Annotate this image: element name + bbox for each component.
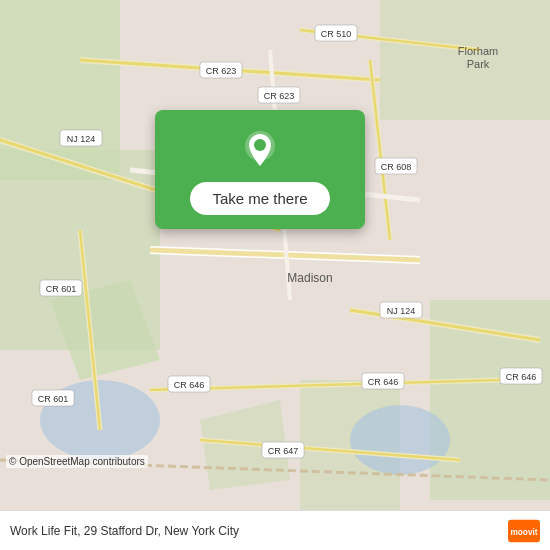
- svg-text:CR 608: CR 608: [381, 162, 412, 172]
- osm-attribution: © OpenStreetMap contributors: [6, 455, 148, 468]
- svg-text:CR 623: CR 623: [206, 66, 237, 76]
- svg-text:CR 647: CR 647: [268, 446, 299, 456]
- take-me-there-button[interactable]: Take me there: [190, 182, 329, 215]
- svg-text:CR 601: CR 601: [46, 284, 77, 294]
- address-text: Work Life Fit, 29 Stafford Dr, New York …: [10, 524, 239, 538]
- moovit-logo: moovit: [508, 515, 540, 547]
- svg-text:CR 646: CR 646: [174, 380, 205, 390]
- svg-text:CR 601: CR 601: [38, 394, 69, 404]
- svg-text:Park: Park: [467, 58, 490, 70]
- moovit-icon: moovit: [508, 515, 540, 547]
- svg-rect-3: [380, 0, 550, 120]
- location-pin-icon: [238, 128, 282, 172]
- bottom-bar: Work Life Fit, 29 Stafford Dr, New York …: [0, 510, 550, 550]
- svg-text:Madison: Madison: [287, 271, 332, 285]
- svg-text:Florham: Florham: [458, 45, 498, 57]
- map-container: CR 623 CR 510 NJ 124 CR 623 CR 608 CR 60…: [0, 0, 550, 510]
- svg-point-60: [254, 139, 266, 151]
- svg-text:CR 646: CR 646: [368, 377, 399, 387]
- svg-text:CR 510: CR 510: [321, 29, 352, 39]
- svg-point-9: [350, 405, 450, 475]
- svg-text:CR 646: CR 646: [506, 372, 537, 382]
- location-card: Take me there: [155, 110, 365, 229]
- svg-text:CR 623: CR 623: [264, 91, 295, 101]
- svg-text:NJ 124: NJ 124: [67, 134, 96, 144]
- svg-text:NJ 124: NJ 124: [387, 306, 416, 316]
- svg-text:moovit: moovit: [510, 527, 537, 537]
